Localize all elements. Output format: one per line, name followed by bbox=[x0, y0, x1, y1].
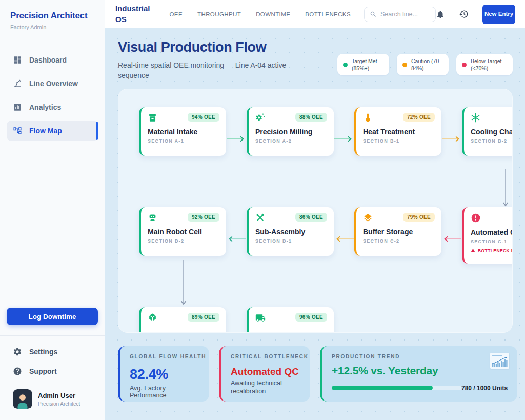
red-dot-icon bbox=[462, 63, 467, 67]
page-content: Visual Production Flow Real-time spatial… bbox=[105, 28, 525, 420]
sidebar-item-label: Settings bbox=[29, 348, 57, 356]
oee-badge: 72% OEE bbox=[403, 113, 435, 122]
node-section: SECTION C-2 bbox=[363, 238, 435, 244]
sidebar-item-dashboard[interactable]: Dashboard bbox=[7, 50, 98, 70]
tools-icon bbox=[255, 213, 265, 223]
gear-sparkle-icon bbox=[255, 113, 265, 123]
node-section: SECTION B-2 bbox=[471, 138, 513, 144]
thermometer-icon bbox=[363, 113, 373, 123]
sidebar-item-label: Support bbox=[29, 367, 57, 375]
flow-node-cooling-chamber[interactable]: Cooling Chamber SECTION B-2 bbox=[462, 107, 513, 156]
legend-label: Target Met (85%+) bbox=[352, 57, 383, 72]
trend-chart-thumbnail bbox=[490, 353, 509, 369]
flow-arrow bbox=[226, 236, 247, 242]
flow-arrow bbox=[180, 260, 187, 307]
history-button[interactable] bbox=[459, 9, 469, 19]
node-section: SECTION C-1 bbox=[471, 239, 513, 244]
amber-dot-icon bbox=[402, 63, 407, 67]
sidebar-item-label: Line Overview bbox=[29, 79, 78, 88]
sidebar-item-support[interactable]: Support bbox=[0, 362, 105, 381]
card-label: GLOBAL FLOW HEALTH bbox=[130, 354, 199, 359]
green-dot-icon bbox=[343, 63, 348, 67]
flow-node-packaging[interactable]: 89% OEE bbox=[139, 307, 226, 333]
production-progress: 780 / 1000 Units bbox=[332, 385, 508, 392]
oee-badge: 79% OEE bbox=[403, 213, 435, 222]
page-title: Visual Production Flow bbox=[118, 39, 295, 55]
user-profile[interactable]: Admin User Precision Architect bbox=[0, 381, 105, 420]
nav-link-throughput[interactable]: THROUGHPUT bbox=[197, 11, 241, 17]
sidebar-spacer bbox=[0, 141, 105, 308]
flow-arrow bbox=[334, 136, 354, 142]
analytics-icon bbox=[13, 103, 22, 112]
page-title-block: Visual Production Flow Real-time spatial… bbox=[118, 39, 295, 81]
avatar bbox=[13, 389, 32, 409]
search-input[interactable] bbox=[380, 11, 430, 18]
oee-badge: 96% OEE bbox=[295, 313, 327, 322]
history-icon bbox=[459, 9, 469, 19]
production-trend-card: PRODUCTION TREND +12.5% vs. Yesterday 78… bbox=[320, 346, 517, 402]
oee-badge: 89% OEE bbox=[188, 313, 219, 322]
node-title: Buffer Storage bbox=[363, 228, 435, 236]
brand: Precision Architect Factory Admin bbox=[0, 0, 105, 30]
node-section: SECTION A-2 bbox=[255, 138, 327, 144]
sidebar-item-label: Analytics bbox=[29, 103, 61, 111]
flow-node-shipping[interactable]: 96% OEE bbox=[247, 307, 334, 333]
progress-fill bbox=[332, 386, 433, 390]
node-section: SECTION A-1 bbox=[148, 138, 219, 144]
sidebar-item-analytics[interactable]: Analytics bbox=[7, 97, 98, 117]
card-value: Automated QC bbox=[231, 366, 300, 377]
main-area: Industrial OS OEE THROUGHPUT DOWNTIME BO… bbox=[105, 0, 525, 420]
node-title: Cooling Chamber bbox=[471, 128, 513, 136]
alert-circle-icon bbox=[471, 213, 481, 223]
node-title: Precision Milling bbox=[255, 128, 327, 136]
flow-node-sub-assembly[interactable]: 86% OEE Sub-Assembly SECTION D-1 bbox=[247, 207, 334, 256]
sidebar-nav: Dashboard Line Overview Analytics Flow M… bbox=[0, 50, 105, 141]
nav-link-downtime[interactable]: DOWNTIME bbox=[256, 11, 290, 17]
notifications-button[interactable] bbox=[436, 10, 445, 19]
global-flow-health-card: GLOBAL FLOW HEALTH 82.4% Avg. Factory Pe… bbox=[118, 346, 209, 402]
search-icon bbox=[370, 11, 377, 18]
sidebar-divider bbox=[0, 335, 105, 336]
flow-arrow bbox=[226, 136, 247, 142]
legend-label: Caution (70-84%) bbox=[411, 57, 443, 72]
page-subtitle: Real-time spatial OEE monitoring — Line … bbox=[118, 60, 295, 81]
flow-node-precision-milling[interactable]: 88% OEE Precision Milling SECTION A-2 bbox=[247, 107, 334, 156]
layers-icon bbox=[363, 213, 373, 223]
flow-node-material-intake[interactable]: 94% OEE Material Intake SECTION A-1 bbox=[139, 107, 226, 156]
new-entry-button[interactable]: New Entry bbox=[482, 5, 515, 24]
node-section: SECTION D-1 bbox=[255, 238, 327, 244]
sidebar-item-line-overview[interactable]: Line Overview bbox=[7, 73, 98, 94]
node-title: Sub-Assembly bbox=[255, 228, 327, 236]
brand-subtitle: Factory Admin bbox=[10, 24, 94, 30]
topbar: Industrial OS OEE THROUGHPUT DOWNTIME BO… bbox=[105, 0, 525, 28]
flow-node-main-robot-cell[interactable]: 92% OEE Main Robot Cell SECTION D-2 bbox=[139, 207, 226, 256]
sidebar-item-label: Flow Map bbox=[29, 127, 62, 135]
sidebar-item-label: Dashboard bbox=[29, 56, 67, 64]
flow-arrow bbox=[502, 169, 509, 209]
nav-link-oee[interactable]: OEE bbox=[170, 11, 183, 17]
flow-arrow bbox=[334, 236, 354, 242]
bell-icon bbox=[436, 10, 445, 19]
truck-icon bbox=[255, 313, 266, 323]
status-legend: Target Met (85%+) Caution (70-84%) Below… bbox=[337, 54, 513, 81]
flow-canvas: 94% OEE Material Intake SECTION A-1 88% … bbox=[118, 89, 513, 333]
log-downtime-button[interactable]: Log Downtime bbox=[7, 308, 98, 325]
oee-badge: 88% OEE bbox=[295, 113, 327, 122]
warning-triangle-icon bbox=[471, 248, 475, 253]
legend-chip-caution: Caution (70-84%) bbox=[397, 54, 449, 75]
nav-link-bottlenecks[interactable]: BOTTLENECKS bbox=[305, 11, 351, 17]
user-info: Admin User Precision Architect bbox=[38, 392, 80, 407]
search-box[interactable] bbox=[364, 7, 436, 22]
user-role: Precision Architect bbox=[38, 401, 80, 407]
progress-track bbox=[332, 386, 461, 390]
package-icon bbox=[148, 313, 157, 323]
sidebar-item-settings[interactable]: Settings bbox=[0, 342, 105, 362]
user-name: Admin User bbox=[38, 392, 80, 399]
sidebar-item-flow-map[interactable]: Flow Map bbox=[7, 121, 98, 141]
gear-icon bbox=[13, 347, 22, 356]
snowflake-icon bbox=[471, 113, 480, 123]
app-title: Industrial OS bbox=[115, 4, 150, 25]
flow-node-buffer-storage[interactable]: 79% OEE Buffer Storage SECTION C-2 bbox=[354, 207, 441, 256]
flow-node-heat-treatment[interactable]: 72% OEE Heat Treatment SECTION B-1 bbox=[354, 107, 441, 156]
flow-node-automated-qc[interactable]: Automated QC SECTION C-1 BOTTLENECK DETE… bbox=[462, 207, 513, 264]
